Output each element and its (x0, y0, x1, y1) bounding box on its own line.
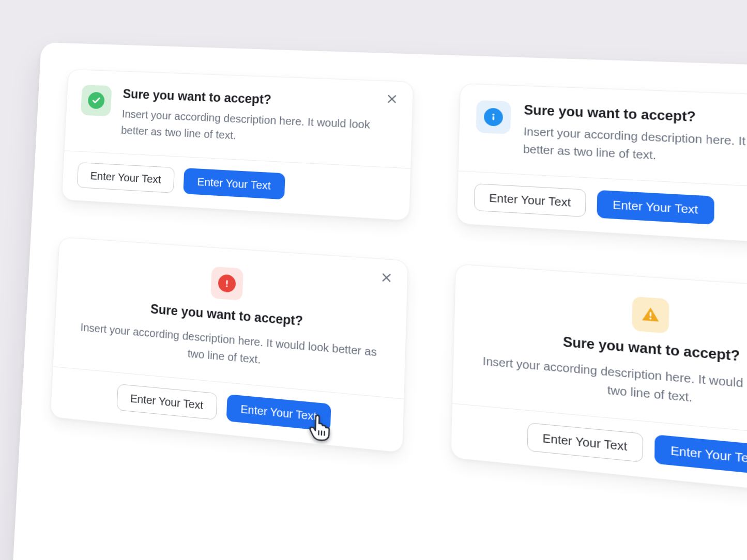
secondary-button[interactable]: Enter Your Text (527, 422, 643, 462)
svg-point-0 (493, 114, 495, 116)
dialog-description: Insert your according description here. … (121, 106, 394, 152)
dialog-card-success: Sure you want to accept? Insert your acc… (62, 69, 414, 221)
close-button[interactable] (384, 91, 400, 107)
dialog-gallery-panel: Sure you want to accept? Insert your acc… (6, 42, 747, 560)
dialog-title: Sure you want to accept? (563, 333, 740, 365)
dialog-title: Sure you want to accept? (150, 301, 303, 329)
secondary-button[interactable]: Enter Your Text (474, 183, 586, 217)
svg-point-3 (226, 285, 228, 287)
info-icon (484, 107, 504, 126)
close-icon (387, 94, 397, 104)
dialog-card-warning: Sure you want to accept? Insert your acc… (450, 263, 747, 500)
close-button[interactable] (378, 269, 395, 286)
primary-button[interactable]: Enter Your Text (654, 434, 747, 475)
primary-button[interactable]: Enter Your Text (597, 190, 714, 225)
secondary-button[interactable]: Enter Your Text (116, 383, 218, 419)
dialog-description: Insert your according description here. … (74, 318, 382, 379)
alert-triangle-icon (641, 304, 661, 325)
primary-button[interactable]: Enter Your Text (226, 394, 331, 431)
svg-rect-4 (650, 312, 651, 317)
svg-rect-2 (226, 280, 228, 285)
status-icon-badge (210, 266, 243, 300)
status-icon-badge (81, 85, 112, 116)
svg-rect-1 (493, 116, 494, 120)
check-icon (87, 92, 104, 110)
dialog-card-error: Sure you want to accept? Insert your acc… (50, 237, 409, 453)
dialog-card-info: Sure you want to accept? Insert your acc… (456, 83, 747, 248)
primary-button[interactable]: Enter Your Text (184, 168, 285, 199)
alert-circle-icon (218, 274, 236, 293)
secondary-button[interactable]: Enter Your Text (77, 162, 175, 193)
status-icon-badge (632, 296, 669, 333)
dialog-description: Insert your according description here. … (523, 123, 747, 174)
status-icon-badge (476, 100, 511, 134)
close-icon (381, 272, 392, 283)
